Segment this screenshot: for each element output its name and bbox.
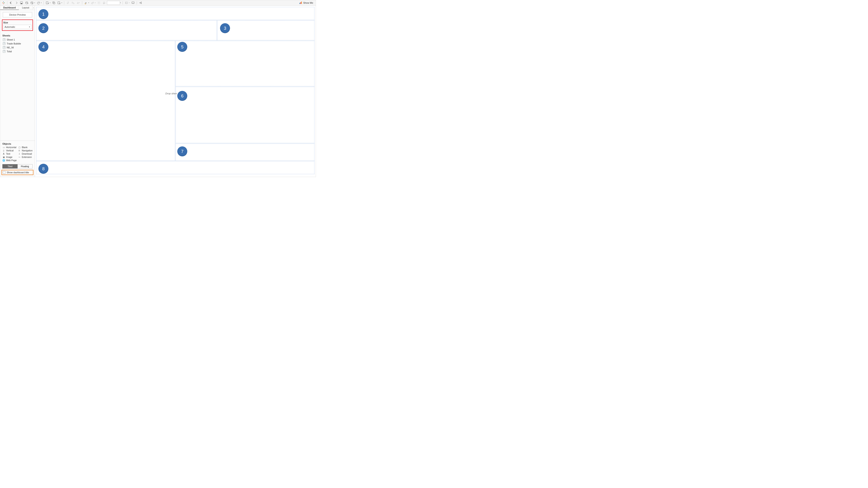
floating-button[interactable]: Floating: [18, 164, 33, 168]
drop-zone[interactable]: [36, 7, 314, 20]
sheets-section: Sheets ❐ Sheet 1 ❐ Trade Bubble ❐ NE_NI …: [0, 33, 35, 54]
tile-float-toggle: Tiled Floating: [0, 163, 35, 169]
refresh-dropdown-icon[interactable]: ▾: [40, 2, 42, 4]
toolbar-separator: [64, 1, 64, 5]
redo-icon[interactable]: [14, 1, 19, 5]
object-text[interactable]: AText: [2, 153, 16, 155]
drop-zone[interactable]: [176, 87, 314, 143]
object-vertical[interactable]: ▯Vertical: [2, 149, 16, 152]
drop-zone[interactable]: [176, 41, 314, 86]
device-preview-row: Device Preview: [0, 10, 35, 19]
show-me-label: Show Me: [303, 2, 313, 4]
zone-badge: 7: [177, 147, 187, 156]
toolbar-input-dropdown-icon[interactable]: ▾: [120, 2, 121, 4]
object-extension[interactable]: ⤳Extension: [18, 156, 33, 158]
tiled-button[interactable]: Tiled: [2, 164, 18, 168]
size-section-highlight: Size Automatic ▼: [2, 20, 33, 31]
svg-line-36: [140, 3, 141, 3]
zone-badge: 6: [177, 91, 187, 101]
sidebar-spacer: [0, 54, 35, 140]
sheet-item[interactable]: ❐ Sheet 1: [2, 38, 33, 42]
object-blank[interactable]: ▢Blank: [18, 146, 33, 149]
app-body: Dashboard Layout ‹ Device Preview Size A…: [0, 6, 316, 177]
tab-layout[interactable]: Layout: [19, 6, 32, 10]
toolbar-separator: [82, 1, 82, 5]
svg-rect-38: [300, 2, 301, 4]
sort-desc-icon[interactable]: [76, 1, 81, 5]
sheet-item[interactable]: ❐ Trade Bubble: [2, 42, 33, 45]
new-sheet-icon[interactable]: [45, 1, 50, 5]
pause-icon[interactable]: [30, 1, 34, 5]
tableau-logo-icon[interactable]: [1, 1, 6, 5]
object-navigation[interactable]: ⎘Navigation: [18, 149, 33, 152]
size-select[interactable]: Automatic ▼: [3, 25, 32, 29]
textlabel-icon[interactable]: T: [97, 1, 101, 5]
download-icon: ⇩: [18, 153, 21, 155]
show-me-icon: [299, 1, 302, 4]
save-icon[interactable]: [19, 1, 24, 5]
object-webpage[interactable]: 🌐Web Page: [2, 159, 33, 162]
sheet-icon: ❐: [3, 38, 5, 41]
zone-badge: 1: [38, 9, 49, 19]
pause-dropdown-icon[interactable]: ▾: [34, 2, 36, 4]
drop-zone[interactable]: [36, 21, 217, 40]
sort-asc-icon[interactable]: [71, 1, 75, 5]
toolbar-input[interactable]: [107, 1, 120, 5]
clear-icon[interactable]: [57, 1, 61, 5]
sheet-name: Total: [7, 50, 12, 53]
text-icon: A: [2, 153, 5, 155]
toolbar-separator: [7, 1, 7, 5]
fit-dropdown-icon[interactable]: ▾: [128, 2, 130, 4]
zone-badge: 4: [38, 42, 49, 52]
fit-icon[interactable]: [124, 1, 129, 5]
share-icon[interactable]: [138, 1, 143, 5]
device-preview-button[interactable]: Device Preview: [3, 12, 32, 18]
svg-point-13: [31, 2, 33, 3]
undo-icon[interactable]: [9, 1, 13, 5]
object-image[interactable]: ▣Image: [2, 156, 16, 158]
sheet-icon: ❐: [3, 42, 5, 45]
new-sheet-dropdown-icon[interactable]: ▾: [49, 2, 51, 4]
refresh-icon[interactable]: [36, 1, 41, 5]
show-me-button[interactable]: Show Me: [298, 1, 315, 4]
sheets-label: Sheets: [2, 33, 33, 38]
highlight-dropdown-icon[interactable]: ▾: [88, 2, 90, 4]
object-download[interactable]: ⇩Download: [18, 153, 33, 155]
sheet-item[interactable]: ❐ NE_NI: [2, 45, 33, 50]
clear-dropdown-icon[interactable]: ▾: [61, 2, 63, 4]
attach-icon[interactable]: [90, 1, 95, 5]
present-icon[interactable]: [131, 1, 135, 5]
toolbar: ▾ ▾ ▾ ▾ ▾ ▾ T ▾ ▾ Show Me: [0, 0, 316, 6]
vertical-icon: ▯: [2, 149, 5, 152]
zone-badge: 3: [220, 23, 230, 33]
tab-dashboard[interactable]: Dashboard: [0, 6, 19, 10]
drop-zone[interactable]: [217, 21, 314, 40]
svg-rect-20: [53, 2, 55, 4]
collapse-sidebar-icon[interactable]: ‹: [33, 6, 35, 10]
sheet-icon: ❐: [3, 50, 5, 53]
svg-rect-9: [21, 3, 22, 4]
sidebar-tabs: Dashboard Layout ‹: [0, 6, 35, 10]
attach-dropdown-icon[interactable]: ▾: [94, 2, 96, 4]
duplicate-icon[interactable]: [52, 1, 56, 5]
drop-zone[interactable]: [176, 143, 314, 161]
show-title-highlight: Show dashboard title: [2, 170, 33, 175]
zone-badge: 8: [38, 164, 49, 174]
new-data-source-icon[interactable]: [24, 1, 29, 5]
dashboard-canvas[interactable]: Drop shee 1 2 3 4 5 6 7 8: [35, 6, 316, 177]
svg-rect-37: [300, 3, 300, 4]
sheet-item[interactable]: ❐ Total: [2, 50, 33, 53]
chevron-down-icon: ▼: [29, 26, 30, 28]
sidebar: Dashboard Layout ‹ Device Preview Size A…: [0, 6, 35, 177]
app-window: ▾ ▾ ▾ ▾ ▾ ▾ T ▾ ▾ Show Me: [0, 0, 316, 177]
highlight-icon[interactable]: [84, 1, 88, 5]
show-title-checkbox[interactable]: [3, 171, 5, 174]
pin-icon[interactable]: [102, 1, 106, 5]
object-horizontal[interactable]: ▭Horizontal: [2, 146, 16, 149]
svg-line-35: [140, 2, 141, 3]
drop-zone[interactable]: [36, 41, 175, 161]
swap-icon[interactable]: [65, 1, 70, 5]
drop-zone[interactable]: [36, 161, 314, 174]
webpage-icon: 🌐: [2, 159, 5, 162]
size-select-value: Automatic: [5, 26, 15, 28]
